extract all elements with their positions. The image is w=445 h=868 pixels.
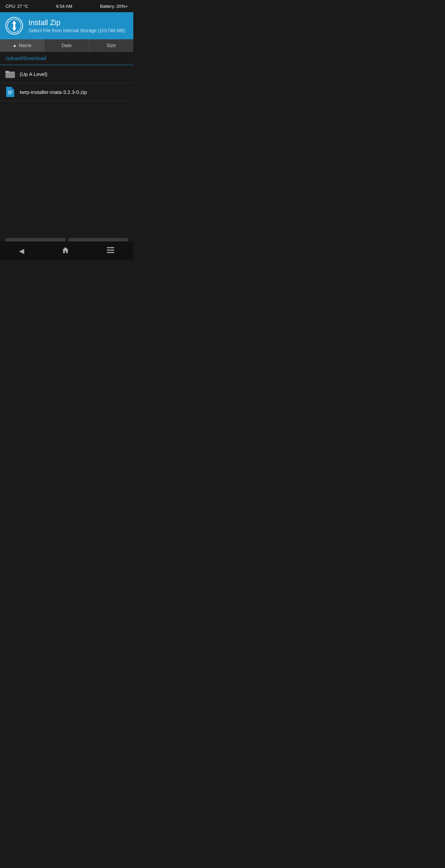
list-item[interactable]: twrp-installer-mata-3.2.3-0.zip — [0, 83, 133, 101]
header: Install Zip Select File from Internal St… — [0, 12, 133, 39]
menu-icon — [107, 247, 114, 255]
sort-by-size-button[interactable]: Size — [89, 39, 133, 52]
sort-arrow-icon: ▲ — [13, 43, 17, 48]
home-icon — [62, 246, 69, 256]
battery-status: Battery: 20%+ — [100, 4, 128, 9]
svg-marker-14 — [62, 247, 69, 253]
header-title: Install Zip — [28, 18, 128, 27]
svg-rect-12 — [8, 92, 12, 93]
svg-marker-4 — [12, 28, 16, 31]
header-subtitle: Select File from Internal Storage (10174… — [28, 28, 128, 33]
folder-icon — [5, 69, 15, 79]
svg-rect-11 — [8, 91, 12, 92]
svg-rect-5 — [13, 25, 15, 28]
sort-by-date-button[interactable]: Date — [44, 39, 89, 52]
folder-up-label: (Up A Level) — [20, 71, 47, 77]
svg-rect-8 — [5, 71, 9, 73]
breadcrumb-path: /sdcard/Download — [5, 55, 46, 61]
sort-size-label: Size — [107, 43, 116, 48]
svg-marker-2 — [12, 20, 16, 24]
list-item[interactable]: (Up A Level) — [0, 65, 133, 83]
sort-bar: ▲ Name Date Size — [0, 39, 133, 52]
install-zip-icon — [5, 17, 23, 35]
sort-date-label: Date — [62, 43, 72, 48]
cpu-status: CPU: 27 °C — [5, 4, 28, 9]
sort-by-name-button[interactable]: ▲ Name — [0, 39, 44, 52]
svg-rect-13 — [8, 94, 11, 94]
svg-rect-16 — [107, 250, 114, 251]
header-text: Install Zip Select File from Internal St… — [28, 18, 128, 33]
home-button[interactable] — [54, 244, 77, 258]
back-button[interactable]: ◀ — [11, 244, 32, 258]
back-icon: ◀ — [19, 247, 24, 255]
file-list: (Up A Level) twrp-installer-mata-3.2.3-0… — [0, 65, 133, 234]
zip-file-icon — [5, 87, 15, 97]
svg-rect-17 — [107, 252, 114, 253]
sort-name-label: Name — [19, 43, 31, 48]
zip-file-name: twrp-installer-mata-3.2.3-0.zip — [20, 89, 87, 95]
main-content: ▲ Name Date Size /sdcard/Download (Up A … — [0, 39, 133, 260]
menu-button[interactable] — [99, 244, 122, 258]
nav-bar: ◀ — [0, 241, 133, 260]
breadcrumb: /sdcard/Download — [0, 52, 133, 65]
status-bar: CPU: 27 °C 9:54 AM Battery: 20%+ — [0, 0, 133, 12]
time-status: 9:54 AM — [56, 4, 72, 9]
svg-marker-10 — [12, 87, 14, 90]
svg-rect-15 — [107, 247, 114, 248]
